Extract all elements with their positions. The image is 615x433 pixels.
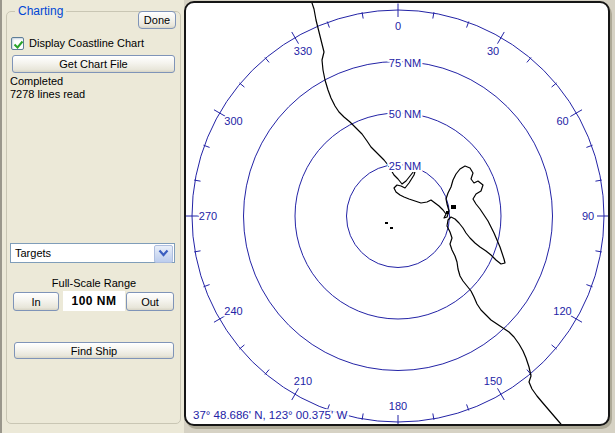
island [446, 211, 449, 214]
ring-label-50-nm: 50 NM [389, 108, 421, 120]
range-ring-50nm [295, 113, 501, 319]
bearing-tick [292, 32, 299, 44]
range-value: 100 NM [63, 291, 125, 311]
bearing-tick [570, 110, 582, 117]
bearing-tick [570, 316, 582, 323]
bearing-label-180: 180 [389, 400, 407, 412]
bearing-tick [498, 32, 505, 44]
bearing-tick [239, 83, 244, 87]
range-out-button[interactable]: Out [126, 292, 174, 311]
bearing-tick [265, 370, 269, 375]
position-readout: 37° 48.686' N, 123° 00.375' W [191, 409, 349, 421]
coastline [311, 3, 569, 424]
ring-label-25-nm: 25 NM [389, 160, 421, 172]
bearing-label-300: 300 [224, 115, 242, 127]
bearing-tick [239, 345, 244, 349]
bearing-tick [527, 57, 531, 62]
bearing-label-120: 120 [553, 305, 571, 317]
chevron-down-icon [156, 249, 171, 259]
bearing-label-240: 240 [224, 305, 242, 317]
bearing-label-150: 150 [484, 375, 502, 387]
bearing-label-270: 270 [199, 210, 217, 222]
get-chart-file-button[interactable]: Get Chart File [12, 55, 175, 73]
done-button[interactable]: Done [138, 11, 176, 29]
range-in-button[interactable]: In [13, 292, 59, 311]
status-completed: Completed [10, 75, 63, 87]
targets-dropdown-value: Targets [15, 247, 51, 259]
charting-panel: Charting Done Display Coastline Chart Ge… [0, 0, 184, 433]
bearing-label-0: 0 [395, 20, 401, 32]
targets-dropdown[interactable]: Targets [10, 243, 175, 263]
full-scale-range-label: Full-Scale Range [19, 277, 169, 289]
panel-caption: Charting [15, 4, 66, 18]
island [385, 222, 388, 224]
bearing-label-60: 60 [556, 115, 568, 127]
bearing-label-90: 90 [582, 210, 594, 222]
bearing-tick [265, 57, 269, 62]
bearing-tick [552, 83, 557, 87]
bearing-label-210: 210 [294, 375, 312, 387]
range-ring-100nm [192, 10, 604, 422]
island [451, 205, 456, 209]
bearing-label-330: 330 [294, 45, 312, 57]
radar-chart: 25 NM50 NM75 NM0306090120150180210240270… [186, 3, 608, 424]
display-coastline-checkbox[interactable] [11, 37, 24, 50]
chart-display: 25 NM50 NM75 NM0306090120150180210240270… [184, 1, 610, 426]
check-icon [12, 38, 25, 51]
status-lines-read: 7278 lines read [10, 88, 85, 100]
bearing-tick [552, 345, 557, 349]
find-ship-button[interactable]: Find Ship [14, 342, 174, 359]
bearing-tick [498, 388, 505, 400]
ring-label-75-nm: 75 NM [389, 57, 421, 69]
bearing-label-30: 30 [487, 45, 499, 57]
dropdown-arrow-button[interactable] [154, 245, 173, 263]
island [390, 227, 393, 229]
display-coastline-label: Display Coastline Chart [29, 37, 144, 49]
bearing-tick [292, 388, 299, 400]
